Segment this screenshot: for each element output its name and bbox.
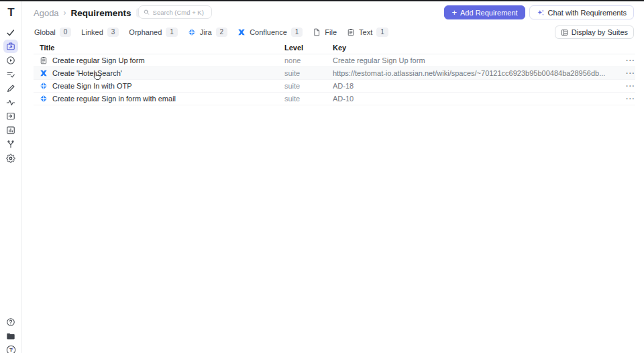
filter-linked[interactable]: Linked 3 <box>81 28 119 37</box>
play-circle-icon <box>6 56 15 65</box>
row-key: Create regular Sign Up form <box>333 56 615 64</box>
sidebar-item-reports[interactable] <box>3 123 18 137</box>
row-key: AD-10 <box>333 95 615 103</box>
row-key: AD-18 <box>333 82 615 90</box>
row-menu-button[interactable]: ··· <box>615 69 635 77</box>
filter-confluence-label: Confluence <box>250 28 287 36</box>
column-header-level[interactable]: Level <box>284 44 333 52</box>
filter-bar: Global 0 Linked 3 Orphaned 1 Jira 2 Conf… <box>34 26 388 38</box>
filter-orphaned[interactable]: Orphaned 1 <box>129 28 178 37</box>
sidebar-item-runs[interactable] <box>3 54 18 67</box>
sidebar-item-settings[interactable] <box>3 152 18 165</box>
search-icon <box>144 9 150 15</box>
display-by-suites-label: Display by Suites <box>572 28 628 36</box>
sidebar-item-branches[interactable] <box>3 138 18 151</box>
clipboard-icon <box>40 56 48 64</box>
filter-linked-count: 3 <box>107 28 119 37</box>
row-key: https://testomat-io.atlassian.net/wiki/s… <box>333 69 615 77</box>
row-level: suite <box>284 82 333 90</box>
gear-icon <box>6 154 15 163</box>
row-level: none <box>284 56 333 64</box>
row-title[interactable]: Create Sign In with OTP <box>52 82 132 90</box>
row-menu-button[interactable]: ··· <box>615 56 635 64</box>
list-check-icon <box>6 70 15 79</box>
filter-text-label: Text <box>359 28 372 36</box>
sidebar-item-import[interactable] <box>3 109 18 123</box>
jira-icon <box>188 28 196 36</box>
filter-orphaned-label: Orphaned <box>129 28 162 36</box>
filter-text-count: 1 <box>376 28 388 37</box>
table-layout-icon <box>561 29 568 36</box>
add-requirement-button[interactable]: + Add Requirement <box>444 5 525 19</box>
table-row[interactable]: Create regular Sign in form with email s… <box>34 93 635 105</box>
filter-file[interactable]: File <box>313 28 337 36</box>
add-requirement-label: Add Requirement <box>460 9 518 17</box>
filter-text[interactable]: Text 1 <box>347 28 388 37</box>
row-title[interactable]: Create regular Sign in form with email <box>52 95 176 103</box>
column-header-title[interactable]: Title <box>34 44 284 52</box>
table-row[interactable]: Create 'Hotel Search' suite https://test… <box>34 67 635 80</box>
confluence-icon <box>237 28 246 36</box>
pulse-icon <box>6 98 15 107</box>
sidebar-item-help[interactable] <box>3 315 18 329</box>
avatar-logo-icon: T <box>6 345 16 353</box>
filter-linked-label: Linked <box>81 28 103 36</box>
sidebar-item-analytics[interactable] <box>3 96 18 109</box>
plus-icon: + <box>451 8 457 17</box>
sidebar-item-plans[interactable] <box>3 68 18 81</box>
row-level: suite <box>284 95 333 103</box>
chat-with-requirements-button[interactable]: Chat with Requirements <box>529 5 634 19</box>
sidebar: T T <box>0 1 22 353</box>
row-title-cell: Create regular Sign Up form <box>34 56 284 64</box>
help-circle-icon <box>6 317 15 327</box>
filter-jira-count: 2 <box>216 28 228 37</box>
row-menu-button[interactable]: ··· <box>615 95 635 103</box>
filter-confluence-count: 1 <box>291 28 303 37</box>
breadcrumb-separator: › <box>64 8 66 17</box>
clipboard-icon <box>347 28 355 36</box>
filter-orphaned-count: 1 <box>166 28 178 37</box>
confluence-icon <box>40 69 48 77</box>
import-icon <box>6 111 15 121</box>
header-actions: + Add Requirement Chat with Requirements <box>444 5 634 19</box>
row-title[interactable]: Create regular Sign Up form <box>52 56 145 64</box>
sidebar-item-requirements[interactable] <box>3 40 18 53</box>
main-content: Agoda › Requirements 4 + Add Requirement… <box>23 1 644 353</box>
row-title-cell: Create Sign In with OTP <box>34 82 284 90</box>
app-logo[interactable]: T <box>0 5 22 20</box>
breadcrumb-project[interactable]: Agoda <box>34 8 59 18</box>
jira-icon <box>40 82 48 90</box>
briefcase-arrow-icon <box>6 42 15 51</box>
column-header-key[interactable]: Key <box>333 44 615 52</box>
sparkles-icon <box>537 9 545 17</box>
row-title-cell: Create regular Sign in form with email <box>34 95 284 103</box>
pen-icon <box>6 84 15 93</box>
filter-global-count: 0 <box>60 28 72 37</box>
sidebar-item-editor[interactable] <box>3 82 18 95</box>
filter-jira-label: Jira <box>200 28 212 36</box>
page-title: Requirements <box>71 8 131 18</box>
sidebar-item-tests[interactable] <box>3 26 18 40</box>
jira-icon <box>40 95 48 103</box>
display-by-suites-button[interactable]: Display by Suites <box>555 26 634 39</box>
sidebar-item-profile[interactable]: T <box>3 343 18 353</box>
row-title[interactable]: Create 'Hotel Search' <box>52 69 122 77</box>
table-row[interactable]: Create Sign In with OTP suite AD-18 ··· <box>34 80 635 93</box>
file-icon <box>313 28 321 36</box>
branch-icon <box>6 140 15 149</box>
filter-global-label: Global <box>34 28 56 36</box>
folder-icon <box>6 332 15 341</box>
table-row[interactable]: Create regular Sign Up form none Create … <box>34 54 635 67</box>
search-input[interactable] <box>153 9 207 16</box>
requirements-table: Title Level Key Create regular Sign Up f… <box>34 42 635 105</box>
row-menu-button[interactable]: ··· <box>615 82 635 90</box>
filter-global[interactable]: Global 0 <box>34 28 71 37</box>
chat-with-requirements-label: Chat with Requirements <box>548 9 627 17</box>
check-icon <box>6 28 15 38</box>
filter-file-label: File <box>325 28 337 36</box>
table-header: Title Level Key <box>34 42 635 54</box>
sidebar-item-workspace[interactable] <box>3 330 18 343</box>
filter-jira[interactable]: Jira 2 <box>188 28 227 37</box>
search-box[interactable] <box>138 5 212 19</box>
filter-confluence[interactable]: Confluence 1 <box>237 28 303 37</box>
